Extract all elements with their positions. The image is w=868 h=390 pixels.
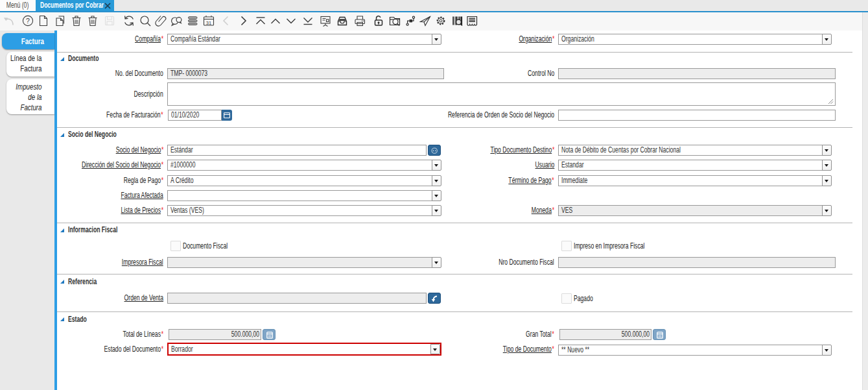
svg-text:?: ? <box>26 17 30 25</box>
svg-text:31: 31 <box>205 20 211 26</box>
